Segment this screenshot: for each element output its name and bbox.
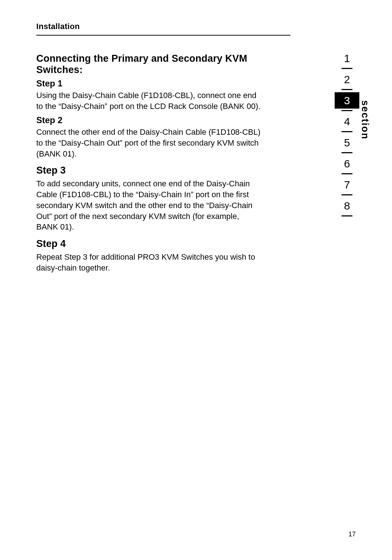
nav-divider — [342, 131, 352, 132]
section-nav-item-7[interactable]: 7 — [335, 176, 359, 193]
step-1-text: Using the Daisy-Chain Cable (F1D108-CBL)… — [36, 90, 261, 111]
section-nav-item-2[interactable]: 2 — [335, 71, 359, 88]
section-nav-item-5[interactable]: 5 — [335, 134, 359, 151]
nav-divider — [342, 89, 352, 90]
section-nav: 1 2 3 4 5 6 7 8 section — [335, 50, 359, 219]
document-page: Installation Connecting the Primary and … — [36, 22, 356, 277]
nav-divider — [342, 173, 352, 174]
step-block: Step 3 To add secondary units, connect o… — [36, 165, 356, 232]
step-1-heading: Step 1 — [36, 78, 356, 89]
nav-divider — [342, 110, 352, 111]
header-rule — [36, 35, 290, 36]
section-nav-item-3[interactable]: 3 — [335, 92, 359, 109]
section-nav-item-1[interactable]: 1 — [335, 50, 359, 66]
step-2-heading: Step 2 — [36, 115, 356, 125]
nav-divider — [342, 152, 352, 153]
main-heading: Connecting the Primary and Secondary KVM… — [36, 53, 290, 76]
step-block: Step 1 Using the Daisy-Chain Cable (F1D1… — [36, 78, 356, 111]
step-block: Step 4 Repeat Step 3 for additional PRO3… — [36, 238, 356, 273]
step-4-heading: Step 4 — [36, 238, 356, 249]
page-header-title: Installation — [36, 22, 356, 35]
nav-divider — [342, 194, 352, 195]
nav-divider — [342, 215, 352, 216]
step-4-text: Repeat Step 3 for additional PRO3 KVM Sw… — [36, 252, 261, 273]
section-nav-item-8[interactable]: 8 — [335, 198, 359, 214]
section-nav-item-6[interactable]: 6 — [335, 155, 359, 172]
step-3-heading: Step 3 — [36, 165, 356, 176]
nav-divider — [342, 68, 352, 69]
section-nav-item-4[interactable]: 4 — [335, 113, 359, 130]
step-3-text: To add secondary units, connect one end … — [36, 178, 261, 232]
section-label: section — [359, 100, 371, 140]
step-2-text: Connect the other end of the Daisy-Chain… — [36, 127, 261, 159]
page-number: 17 — [348, 531, 356, 538]
step-block: Step 2 Connect the other end of the Dais… — [36, 115, 356, 159]
